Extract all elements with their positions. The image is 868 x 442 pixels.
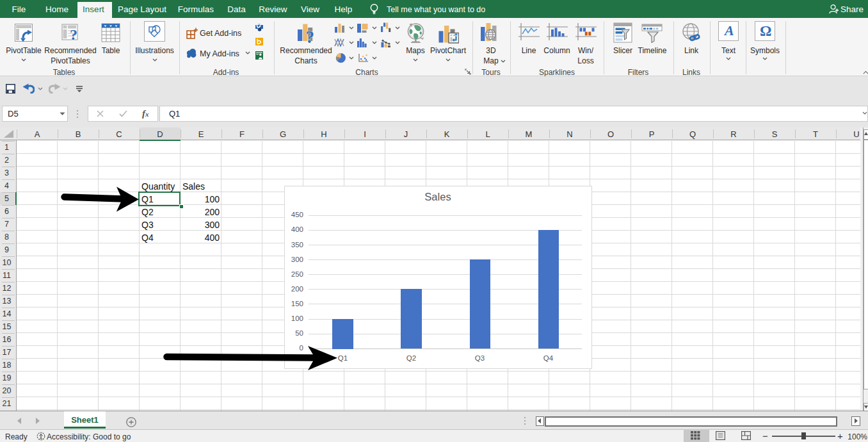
- svg-text:?: ?: [70, 26, 77, 42]
- svg-text:Ω: Ω: [760, 23, 771, 39]
- svg-text:?: ?: [306, 28, 315, 44]
- svg-text:A: A: [723, 22, 734, 38]
